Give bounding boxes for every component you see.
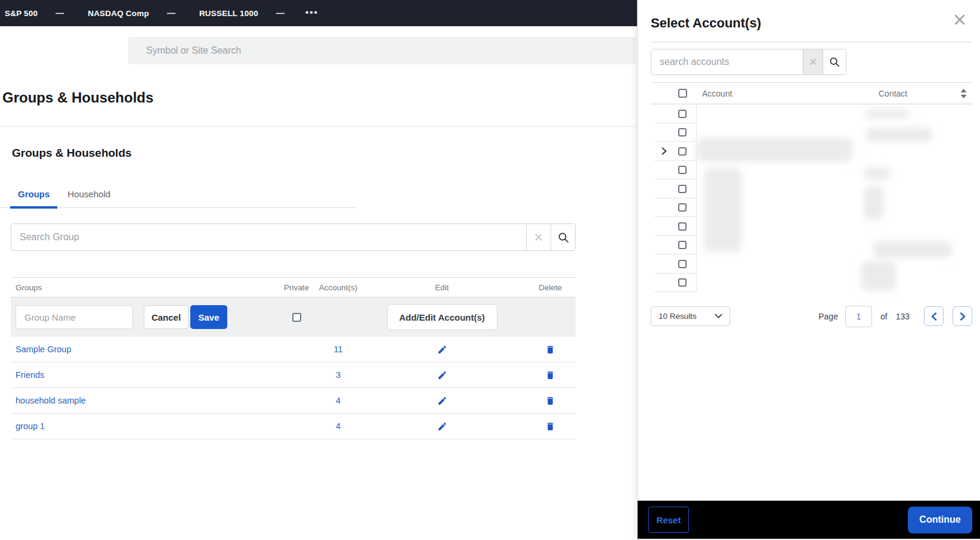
- results-per-page-select[interactable]: 10 Results: [651, 306, 730, 326]
- account-row: [651, 217, 972, 236]
- account-checkbox[interactable]: [678, 260, 687, 268]
- panel-title: Select Account(s): [651, 15, 980, 31]
- group-accounts-count-link[interactable]: 11: [333, 345, 342, 354]
- clear-icon: ✕: [534, 231, 543, 244]
- market-ticker-bar: S&P 500 — NASDAQ Comp — RUSSELL 1000 —: [0, 0, 637, 26]
- accounts-search-box: ✕: [651, 49, 846, 75]
- edit-pencil-icon[interactable]: [437, 421, 447, 432]
- group-row: Sample Group 11: [11, 337, 576, 362]
- account-row: [651, 142, 972, 161]
- group-accounts-count-link[interactable]: 4: [336, 396, 341, 405]
- ticker-value: —: [55, 8, 64, 18]
- accounts-table: Account Contact: [651, 82, 972, 292]
- private-checkbox[interactable]: [292, 313, 301, 322]
- edit-pencil-icon[interactable]: [437, 370, 447, 380]
- groups-table-header: Groups Private Account(s) Edit Delete: [11, 277, 576, 297]
- group-name-link[interactable]: Friends: [16, 370, 44, 380]
- account-row: [651, 198, 972, 218]
- account-row: [651, 179, 972, 198]
- cancel-button[interactable]: Cancel: [144, 305, 188, 329]
- account-row: [651, 104, 972, 123]
- account-checkbox[interactable]: [678, 110, 687, 118]
- chevron-right-icon: [959, 312, 966, 321]
- group-row: group 1 4: [11, 414, 576, 439]
- column-header-contact: Contact: [879, 89, 907, 98]
- site-search-input[interactable]: [128, 37, 636, 64]
- edit-pencil-icon[interactable]: [437, 345, 447, 355]
- column-header-account: Account: [702, 89, 732, 98]
- delete-trash-icon[interactable]: [545, 370, 555, 380]
- ticker-more-icon[interactable]: •••: [305, 7, 319, 17]
- expand-row-icon[interactable]: [660, 147, 668, 155]
- account-checkbox[interactable]: [678, 222, 687, 231]
- section-header: Groups & Households: [12, 147, 637, 160]
- page-header: Groups & Households: [0, 76, 637, 127]
- account-checkbox[interactable]: [678, 185, 687, 193]
- edit-pencil-icon[interactable]: [437, 396, 447, 406]
- close-icon[interactable]: [953, 13, 966, 26]
- accounts-search-button[interactable]: [823, 49, 846, 75]
- save-button[interactable]: Save: [190, 305, 227, 329]
- group-name-link[interactable]: Sample Group: [16, 345, 72, 354]
- ticker-label: RUSSELL 1000: [199, 9, 258, 18]
- clear-icon: ✕: [809, 56, 817, 69]
- column-header-private: Private: [276, 283, 317, 292]
- group-search-button[interactable]: [551, 224, 575, 250]
- group-name-link[interactable]: group 1: [16, 421, 45, 431]
- next-page-button[interactable]: [953, 306, 972, 326]
- column-header-delete: Delete: [525, 283, 576, 292]
- account-row: [651, 255, 972, 274]
- delete-trash-icon[interactable]: [545, 421, 555, 432]
- account-checkbox[interactable]: [678, 203, 687, 212]
- sort-icon[interactable]: [960, 89, 967, 98]
- main-content: S&P 500 — NASDAQ Comp — RUSSELL 1000 — •…: [0, 0, 637, 540]
- account-checkbox[interactable]: [678, 147, 687, 156]
- previous-page-button[interactable]: [924, 306, 944, 326]
- reset-button[interactable]: Reset: [648, 507, 689, 533]
- page-title: Groups & Households: [2, 89, 637, 106]
- group-search-box: ✕: [11, 224, 576, 251]
- accounts-table-body: [651, 104, 972, 292]
- ticker-value: —: [167, 8, 175, 18]
- ticker-value: —: [276, 8, 285, 18]
- ticker-item[interactable]: RUSSELL 1000 —: [199, 8, 285, 18]
- select-all-checkbox[interactable]: [678, 89, 687, 98]
- account-row: [651, 236, 972, 255]
- group-accounts-count-link[interactable]: 4: [336, 421, 341, 431]
- group-search-clear-button[interactable]: ✕: [526, 224, 551, 250]
- group-row: household sample 4: [11, 388, 576, 414]
- accounts-search-clear-button[interactable]: ✕: [803, 49, 823, 75]
- search-icon: [558, 232, 569, 243]
- account-checkbox[interactable]: [678, 241, 687, 249]
- tab-groups[interactable]: Groups: [10, 189, 57, 207]
- continue-button[interactable]: Continue: [908, 507, 972, 533]
- page-number-input[interactable]: [845, 306, 872, 327]
- accounts-search-input[interactable]: [651, 49, 803, 75]
- group-accounts-count-link[interactable]: 3: [336, 370, 341, 380]
- new-group-row: Cancel Save Add/Edit Account(s): [11, 297, 576, 337]
- of-label: of: [880, 312, 888, 321]
- ticker-item[interactable]: NASDAQ Comp —: [88, 8, 175, 18]
- group-name-link[interactable]: household sample: [16, 396, 86, 405]
- account-row: [651, 123, 972, 142]
- account-checkbox[interactable]: [678, 128, 687, 136]
- ticker-item[interactable]: S&P 500 —: [5, 8, 64, 18]
- account-row: [651, 161, 972, 180]
- delete-trash-icon[interactable]: [545, 396, 555, 406]
- groups-table: Groups Private Account(s) Edit Delete Ca…: [11, 277, 576, 439]
- group-search-input[interactable]: [11, 224, 526, 250]
- panel-footer: Reset Continue: [638, 501, 980, 539]
- chevron-left-icon: [930, 312, 938, 321]
- total-pages: 133: [896, 312, 910, 321]
- ticker-label: NASDAQ Comp: [88, 9, 149, 18]
- results-per-page-value: 10 Results: [659, 312, 715, 321]
- add-edit-accounts-button[interactable]: Add/Edit Account(s): [387, 304, 497, 330]
- tab-household[interactable]: Household: [60, 189, 118, 207]
- group-name-input[interactable]: [16, 305, 133, 329]
- account-checkbox[interactable]: [678, 166, 687, 174]
- section-title: Groups & Households: [12, 147, 637, 160]
- delete-trash-icon[interactable]: [545, 345, 555, 355]
- panel-title-divider: [651, 42, 972, 42]
- account-checkbox[interactable]: [678, 278, 687, 287]
- pagination-bar: 10 Results Page of 133: [651, 305, 972, 327]
